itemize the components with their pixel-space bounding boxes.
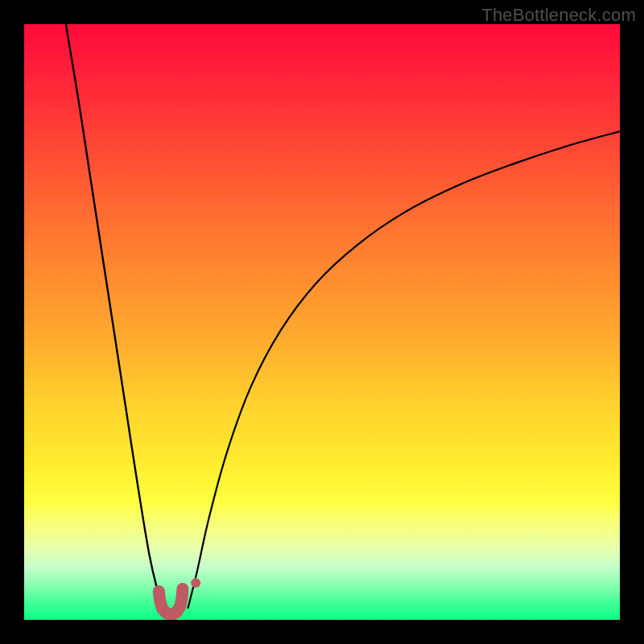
- chart-frame: TheBottleneck.com: [0, 0, 644, 644]
- small-dot-marker: [191, 578, 200, 588]
- u-shaped-marker: [159, 589, 183, 615]
- curve-right-arm: [188, 131, 621, 608]
- watermark-text: TheBottleneck.com: [481, 5, 636, 26]
- curve-left-arm: [66, 24, 164, 614]
- plot-area: [24, 24, 620, 620]
- plot-svg: [24, 24, 620, 620]
